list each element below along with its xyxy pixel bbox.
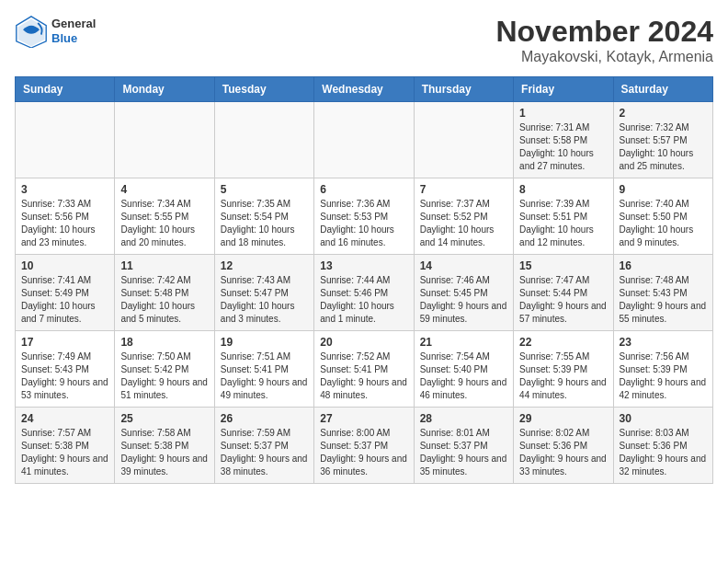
day-number: 25 [120, 412, 208, 425]
day-info: Sunrise: 7:41 AM Sunset: 5:49 PM Dayligh… [21, 274, 108, 326]
location: Mayakovski, Kotayk, Armenia [495, 49, 713, 65]
day-info: Sunrise: 7:55 AM Sunset: 5:39 PM Dayligh… [519, 350, 607, 402]
day-info: Sunrise: 8:03 AM Sunset: 5:36 PM Dayligh… [620, 427, 707, 478]
day-number: 8 [519, 183, 607, 196]
day-number: 4 [120, 183, 208, 196]
week-row-5: 24Sunrise: 7:57 AM Sunset: 5:38 PM Dayli… [16, 408, 713, 484]
day-number: 6 [320, 183, 407, 196]
day-number: 28 [420, 412, 507, 425]
logo-general: General [51, 17, 96, 31]
logo-blue: Blue [51, 31, 96, 46]
day-number: 18 [120, 336, 208, 349]
day-info: Sunrise: 7:49 AM Sunset: 5:43 PM Dayligh… [21, 350, 108, 402]
day-number: 14 [420, 259, 507, 272]
day-cell-22: 22Sunrise: 7:55 AM Sunset: 5:39 PM Dayli… [514, 331, 613, 408]
header-cell-thursday: Thursday [414, 77, 513, 102]
day-cell-23: 23Sunrise: 7:56 AM Sunset: 5:39 PM Dayli… [613, 331, 712, 408]
day-info: Sunrise: 7:33 AM Sunset: 5:56 PM Dayligh… [21, 198, 108, 249]
week-row-3: 10Sunrise: 7:41 AM Sunset: 5:49 PM Dayli… [16, 255, 713, 331]
day-number: 30 [620, 412, 707, 425]
day-cell-15: 15Sunrise: 7:47 AM Sunset: 5:44 PM Dayli… [514, 255, 613, 331]
title-block: November 2024 Mayakovski, Kotayk, Armeni… [495, 15, 713, 65]
day-cell-21: 21Sunrise: 7:54 AM Sunset: 5:40 PM Dayli… [414, 331, 513, 408]
day-info: Sunrise: 8:02 AM Sunset: 5:36 PM Dayligh… [519, 427, 607, 478]
day-info: Sunrise: 7:31 AM Sunset: 5:58 PM Dayligh… [519, 121, 607, 173]
day-number: 20 [320, 336, 407, 349]
week-row-2: 3Sunrise: 7:33 AM Sunset: 5:56 PM Daylig… [16, 178, 713, 255]
day-cell-13: 13Sunrise: 7:44 AM Sunset: 5:46 PM Dayli… [314, 255, 414, 331]
calendar-body: 1Sunrise: 7:31 AM Sunset: 5:58 PM Daylig… [16, 102, 713, 484]
week-row-4: 17Sunrise: 7:49 AM Sunset: 5:43 PM Dayli… [16, 331, 713, 408]
day-info: Sunrise: 7:36 AM Sunset: 5:53 PM Dayligh… [320, 198, 407, 249]
logo-text: General Blue [51, 17, 96, 45]
header-cell-monday: Monday [115, 77, 214, 102]
day-cell-24: 24Sunrise: 7:57 AM Sunset: 5:38 PM Dayli… [16, 408, 115, 484]
day-cell-empty-0-2 [214, 102, 313, 178]
header-cell-saturday: Saturday [613, 77, 712, 102]
day-number: 24 [21, 412, 108, 425]
header-cell-sunday: Sunday [16, 77, 115, 102]
day-number: 19 [221, 336, 308, 349]
day-info: Sunrise: 7:42 AM Sunset: 5:48 PM Dayligh… [120, 274, 208, 326]
day-number: 21 [420, 336, 507, 349]
day-cell-16: 16Sunrise: 7:48 AM Sunset: 5:43 PM Dayli… [613, 255, 712, 331]
day-cell-7: 7Sunrise: 7:37 AM Sunset: 5:52 PM Daylig… [414, 178, 513, 255]
day-cell-empty-0-4 [414, 102, 513, 178]
day-number: 9 [620, 183, 707, 196]
day-number: 15 [519, 259, 607, 272]
header-cell-tuesday: Tuesday [214, 77, 313, 102]
day-info: Sunrise: 7:44 AM Sunset: 5:46 PM Dayligh… [320, 274, 407, 326]
day-number: 3 [21, 183, 108, 196]
day-info: Sunrise: 7:35 AM Sunset: 5:54 PM Dayligh… [221, 198, 308, 249]
day-number: 1 [519, 107, 607, 120]
day-cell-3: 3Sunrise: 7:33 AM Sunset: 5:56 PM Daylig… [16, 178, 115, 255]
page-header: General Blue November 2024 Mayakovski, K… [15, 15, 713, 65]
day-info: Sunrise: 7:56 AM Sunset: 5:39 PM Dayligh… [620, 350, 707, 402]
day-cell-30: 30Sunrise: 8:03 AM Sunset: 5:36 PM Dayli… [613, 408, 712, 484]
day-cell-9: 9Sunrise: 7:40 AM Sunset: 5:50 PM Daylig… [613, 178, 712, 255]
day-number: 2 [620, 107, 707, 120]
day-number: 17 [21, 336, 108, 349]
day-cell-20: 20Sunrise: 7:52 AM Sunset: 5:41 PM Dayli… [314, 331, 414, 408]
day-number: 5 [221, 183, 308, 196]
day-info: Sunrise: 7:47 AM Sunset: 5:44 PM Dayligh… [519, 274, 607, 326]
day-cell-10: 10Sunrise: 7:41 AM Sunset: 5:49 PM Dayli… [16, 255, 115, 331]
day-cell-empty-0-3 [314, 102, 414, 178]
day-cell-29: 29Sunrise: 8:02 AM Sunset: 5:36 PM Dayli… [514, 408, 613, 484]
header-row: SundayMondayTuesdayWednesdayThursdayFrid… [16, 77, 713, 102]
day-info: Sunrise: 8:00 AM Sunset: 5:37 PM Dayligh… [320, 427, 407, 478]
day-number: 13 [320, 259, 407, 272]
day-info: Sunrise: 7:50 AM Sunset: 5:42 PM Dayligh… [120, 350, 208, 402]
week-row-1: 1Sunrise: 7:31 AM Sunset: 5:58 PM Daylig… [16, 102, 713, 178]
day-cell-18: 18Sunrise: 7:50 AM Sunset: 5:42 PM Dayli… [115, 331, 214, 408]
day-info: Sunrise: 8:01 AM Sunset: 5:37 PM Dayligh… [420, 427, 507, 478]
day-info: Sunrise: 7:52 AM Sunset: 5:41 PM Dayligh… [320, 350, 407, 402]
day-number: 26 [221, 412, 308, 425]
day-info: Sunrise: 7:58 AM Sunset: 5:38 PM Dayligh… [120, 427, 208, 478]
day-number: 16 [620, 259, 707, 272]
day-info: Sunrise: 7:51 AM Sunset: 5:41 PM Dayligh… [221, 350, 308, 402]
day-info: Sunrise: 7:32 AM Sunset: 5:57 PM Dayligh… [620, 121, 707, 173]
day-cell-2: 2Sunrise: 7:32 AM Sunset: 5:57 PM Daylig… [613, 102, 712, 178]
day-cell-11: 11Sunrise: 7:42 AM Sunset: 5:48 PM Dayli… [115, 255, 214, 331]
day-number: 7 [420, 183, 507, 196]
logo: General Blue [15, 15, 96, 48]
day-info: Sunrise: 7:40 AM Sunset: 5:50 PM Dayligh… [620, 198, 707, 249]
day-number: 22 [519, 336, 607, 349]
day-info: Sunrise: 7:59 AM Sunset: 5:37 PM Dayligh… [221, 427, 308, 478]
day-info: Sunrise: 7:48 AM Sunset: 5:43 PM Dayligh… [620, 274, 707, 326]
header-cell-friday: Friday [514, 77, 613, 102]
day-info: Sunrise: 7:54 AM Sunset: 5:40 PM Dayligh… [420, 350, 507, 402]
day-cell-27: 27Sunrise: 8:00 AM Sunset: 5:37 PM Dayli… [314, 408, 414, 484]
day-cell-17: 17Sunrise: 7:49 AM Sunset: 5:43 PM Dayli… [16, 331, 115, 408]
logo-icon [15, 15, 48, 48]
day-cell-26: 26Sunrise: 7:59 AM Sunset: 5:37 PM Dayli… [214, 408, 313, 484]
day-cell-12: 12Sunrise: 7:43 AM Sunset: 5:47 PM Dayli… [214, 255, 313, 331]
day-cell-1: 1Sunrise: 7:31 AM Sunset: 5:58 PM Daylig… [514, 102, 613, 178]
day-cell-empty-0-1 [115, 102, 214, 178]
day-info: Sunrise: 7:57 AM Sunset: 5:38 PM Dayligh… [21, 427, 108, 478]
day-cell-14: 14Sunrise: 7:46 AM Sunset: 5:45 PM Dayli… [414, 255, 513, 331]
day-info: Sunrise: 7:43 AM Sunset: 5:47 PM Dayligh… [221, 274, 308, 326]
day-cell-5: 5Sunrise: 7:35 AM Sunset: 5:54 PM Daylig… [214, 178, 313, 255]
day-number: 10 [21, 259, 108, 272]
